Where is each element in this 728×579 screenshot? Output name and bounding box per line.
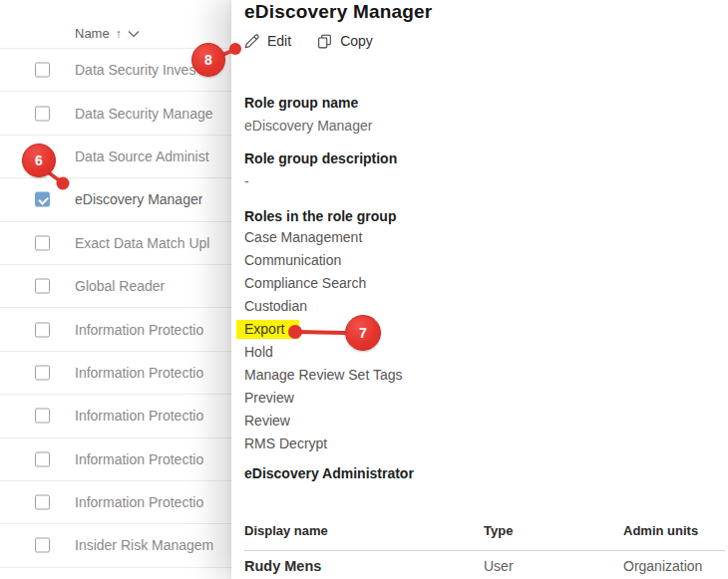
role-group-name-label: Role group name xyxy=(244,95,358,111)
chevron-down-icon[interactable] xyxy=(128,30,140,38)
list-item: Compliance Search xyxy=(244,272,403,295)
copy-button[interactable]: Copy xyxy=(317,33,373,49)
pencil-icon xyxy=(244,34,259,49)
table-row[interactable]: Information Protectio xyxy=(0,308,234,351)
callout-badge-7: 7 xyxy=(345,315,381,351)
role-group-name-cell: Data Security Inves xyxy=(75,62,195,78)
type-column-header: Type xyxy=(484,523,513,538)
row-checkbox[interactable] xyxy=(35,495,50,510)
role-name: Export xyxy=(236,320,299,339)
list-item: Manage Review Set Tags xyxy=(244,364,403,387)
table-row[interactable]: Information Protectio xyxy=(0,481,234,524)
copy-button-label: Copy xyxy=(340,33,373,49)
role-name: Compliance Search xyxy=(244,274,366,293)
role-group-name-cell: Information Protectio xyxy=(75,451,203,467)
role-group-description-label: Role group description xyxy=(244,150,397,166)
role-group-list: Name ↑ Data Security Inves Data Security… xyxy=(0,0,234,579)
row-checkbox[interactable] xyxy=(35,451,50,466)
role-group-name-cell: Information Protectio xyxy=(75,322,203,338)
role-group-details-panel: eDiscovery Manager Edit Copy Role group … xyxy=(231,0,728,579)
display-name-column-header: Display name xyxy=(244,523,328,538)
role-group-name-cell: Information Protectio xyxy=(75,408,203,424)
role-group-name-value: eDiscovery Manager xyxy=(244,118,372,134)
ediscovery-administrator-section-label: eDiscovery Administrator xyxy=(244,465,414,481)
table-row[interactable]: eDiscovery Manager xyxy=(0,178,234,221)
role-name: Custodian xyxy=(244,297,307,316)
table-row[interactable]: Insider Risk Managem xyxy=(0,568,234,579)
role-name: Manage Review Set Tags xyxy=(244,366,403,385)
role-groups-page: Name ↑ Data Security Inves Data Security… xyxy=(0,0,728,579)
role-group-description-value: - xyxy=(244,173,249,189)
row-checkbox[interactable] xyxy=(35,235,50,250)
list-item: Preview xyxy=(244,387,403,410)
table-row[interactable]: Exact Data Match Upl xyxy=(0,222,234,265)
row-checkbox[interactable] xyxy=(35,63,50,78)
table-row[interactable]: Insider Risk Managem xyxy=(0,524,234,567)
role-group-name-cell: Information Protectio xyxy=(75,365,203,381)
member-type: User xyxy=(484,558,514,574)
copy-icon xyxy=(317,34,332,49)
role-group-name-cell: Insider Risk Managem xyxy=(75,537,213,553)
callout-badge-8: 8 xyxy=(191,43,225,77)
row-checkbox[interactable] xyxy=(35,365,50,380)
role-name: RMS Decrypt xyxy=(244,434,327,453)
list-item: Communication xyxy=(244,249,403,272)
list-item: RMS Decrypt xyxy=(244,433,403,455)
member-admin-units: Organization xyxy=(623,558,702,574)
role-group-name-cell: Data Security Manage xyxy=(75,106,213,122)
table-row[interactable]: Global Reader xyxy=(0,265,234,308)
callout-badge-6: 6 xyxy=(22,144,56,177)
table-row[interactable]: Information Protectio xyxy=(0,352,234,395)
edit-button[interactable]: Edit xyxy=(244,33,291,49)
role-group-rows: Data Security Inves Data Security Manage… xyxy=(0,48,234,579)
role-group-name-cell: Information Protectio xyxy=(75,494,203,510)
roles-section-label: Roles in the role group xyxy=(244,208,396,224)
name-column-header[interactable]: Name ↑ xyxy=(75,26,140,41)
panel-toolbar: Edit Copy xyxy=(244,33,373,49)
role-group-name-cell: Data Source Administ xyxy=(75,148,209,164)
role-group-name-cell: Exact Data Match Upl xyxy=(75,235,209,251)
name-column-label: Name xyxy=(75,26,110,41)
row-checkbox[interactable] xyxy=(35,409,50,424)
list-item: Hold xyxy=(244,341,403,364)
role-name: Review xyxy=(244,412,290,431)
table-row[interactable]: Information Protectio xyxy=(0,438,234,481)
role-name: Preview xyxy=(244,389,294,408)
members-table-divider xyxy=(244,550,725,551)
sort-ascending-icon[interactable]: ↑ xyxy=(116,27,122,41)
table-row[interactable]: Information Protectio xyxy=(0,395,234,437)
row-checkbox[interactable] xyxy=(35,538,50,553)
panel-title: eDiscovery Manager xyxy=(244,1,432,23)
row-checkbox[interactable] xyxy=(35,192,50,207)
admin-units-column-header: Admin units xyxy=(623,523,698,538)
role-group-name-cell: eDiscovery Manager xyxy=(75,191,202,207)
role-name: Hold xyxy=(244,343,273,362)
row-checkbox[interactable] xyxy=(35,279,50,294)
list-item: Review xyxy=(244,410,403,433)
member-display-name: Rudy Mens xyxy=(244,558,321,574)
role-group-name-cell: Global Reader xyxy=(75,278,165,294)
role-name: Communication xyxy=(244,251,341,270)
role-name: Case Management xyxy=(244,228,362,247)
edit-button-label: Edit xyxy=(267,33,291,49)
table-row[interactable]: Data Security Manage xyxy=(0,92,234,135)
row-checkbox[interactable] xyxy=(35,106,50,121)
list-item: Custodian xyxy=(244,295,403,318)
list-item: Case Management xyxy=(244,226,403,249)
row-checkbox[interactable] xyxy=(35,322,50,337)
